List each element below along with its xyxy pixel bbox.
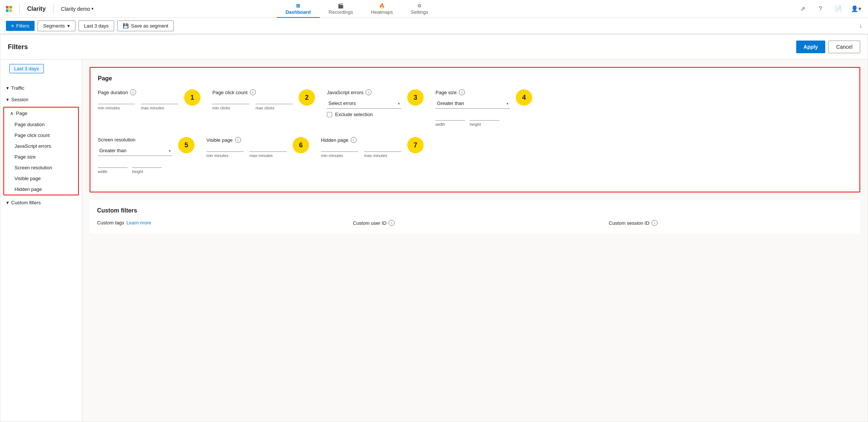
custom-user-id-text: Custom user ID	[353, 220, 386, 226]
sidebar-item-visible-page[interactable]: Visible page	[4, 173, 78, 184]
filter-group-screen-resolution: Screen resolution Greater than Less than…	[98, 137, 195, 174]
sidebar-item-screen-resolution[interactable]: Screen resolution	[4, 162, 78, 173]
hidden-page-max-wrap: max minutes	[364, 143, 401, 158]
page-duration-label: Page duration i	[98, 89, 178, 95]
custom-user-id-label: Custom user ID i	[353, 220, 597, 226]
docs-icon-btn[interactable]: 📄	[832, 3, 844, 15]
page-duration-min-label: min minutes	[98, 106, 135, 110]
hidden-page-content: Hidden page i min minutes max	[321, 137, 401, 158]
download-button[interactable]: ↓	[859, 23, 862, 29]
screen-res-height-wrap: height	[132, 159, 162, 174]
page-duration-content: Page duration i min minutes m	[98, 89, 178, 110]
help-icon-btn[interactable]: ?	[814, 3, 826, 15]
page-size-content: Page size i Greater than Less than ▾	[435, 89, 510, 127]
hidden-page-text: Hidden page	[321, 137, 348, 143]
page-duration-min-wrap: min minutes	[98, 95, 135, 110]
nav-item-recordings[interactable]: 🎬 Recordings	[320, 0, 362, 18]
custom-tags-text: Custom tags	[97, 220, 124, 226]
segments-button[interactable]: Segments ▾	[38, 20, 75, 31]
page-duration-info-icon[interactable]: i	[130, 89, 136, 95]
nav-item-heatmaps[interactable]: 🔥 Heatmaps	[362, 0, 402, 18]
custom-user-id-info-icon[interactable]: i	[389, 220, 395, 226]
page-click-count-max-input[interactable]	[255, 95, 293, 104]
sidebar-section-traffic: ▾ Traffic	[0, 82, 82, 94]
page-size-width-input[interactable]	[435, 112, 465, 121]
account-icon-btn[interactable]: 👤▾	[850, 3, 862, 15]
sidebar-item-hidden-page[interactable]: Hidden page	[4, 184, 78, 195]
page-size-height-wrap: height	[470, 112, 499, 127]
filter-actions: Apply Cancel	[796, 41, 860, 53]
apply-button[interactable]: Apply	[796, 41, 826, 53]
page-click-count-min-input[interactable]	[212, 95, 250, 104]
filter-panel: Filters Apply Cancel Last 3 days ▾ Traff…	[0, 34, 868, 422]
page-size-info-icon[interactable]: i	[459, 89, 465, 95]
filter-group-page-duration: Page duration i min minutes m	[98, 89, 200, 127]
settings-label: Settings	[411, 9, 428, 15]
filters-button[interactable]: ≡ Filters	[6, 21, 35, 31]
badge-3: 3	[407, 89, 424, 106]
recordings-label: Recordings	[329, 9, 353, 15]
screen-resolution-height-input[interactable]	[132, 159, 162, 168]
sidebar-date-button[interactable]: Last 3 days	[9, 64, 44, 73]
page-duration-max-input[interactable]	[141, 95, 178, 104]
js-errors-exclude-checkbox[interactable]	[327, 112, 332, 117]
project-selector[interactable]: Clarity demo ▾	[61, 6, 94, 12]
page-click-count-max-label: max clicks	[255, 106, 293, 110]
badge-2: 2	[299, 89, 315, 106]
save-disk-icon: 💾	[123, 23, 129, 29]
save-segment-button[interactable]: 💾 Save as segment	[117, 20, 174, 31]
page-size-select[interactable]: Greater than Less than	[435, 98, 510, 109]
custom-tags-label: Custom tags Learn more	[97, 220, 341, 226]
custom-tags-group: Custom tags Learn more	[97, 220, 341, 226]
segments-chevron-icon: ▾	[67, 23, 70, 29]
screen-resolution-width-input[interactable]	[98, 159, 128, 168]
nav-item-settings[interactable]: ⚙ Settings	[402, 0, 437, 18]
page-size-select-wrap: Greater than Less than ▾	[435, 98, 510, 109]
page-section-header[interactable]: ∧ Page	[4, 108, 78, 119]
screen-res-dropdown-wrap: Greater than Less than ▾ width	[98, 146, 172, 174]
screen-resolution-text: Screen resolution	[98, 137, 135, 143]
js-errors-exclude-label: Exclude selection	[335, 112, 373, 117]
brand-name: Clarity	[27, 6, 46, 12]
screen-resolution-content: Screen resolution Greater than Less than…	[98, 137, 172, 174]
page-size-height-input[interactable]	[470, 112, 499, 121]
js-errors-info-icon[interactable]: i	[366, 89, 372, 95]
nav-item-dashboard[interactable]: ⊞ Dashboard	[277, 0, 320, 18]
custom-session-id-info-icon[interactable]: i	[652, 220, 658, 226]
custom-section-header[interactable]: ▾ Custom filters	[0, 197, 82, 208]
visible-page-info-icon[interactable]: i	[235, 137, 241, 143]
js-errors-label: JavaScript errors i	[327, 89, 401, 95]
dashboard-label: Dashboard	[286, 9, 311, 15]
custom-tags-learn-more-link[interactable]: Learn more	[126, 220, 151, 226]
heatmaps-label: Heatmaps	[371, 9, 393, 15]
sidebar-item-page-duration[interactable]: Page duration	[4, 119, 78, 130]
visible-page-text: Visible page	[206, 137, 233, 143]
sidebar-item-page-size[interactable]: Page size	[4, 151, 78, 162]
page-click-count-content: Page click count i min clicks	[212, 89, 293, 110]
sidebar-item-page-click-count[interactable]: Page click count	[4, 130, 78, 141]
visible-page-inputs: min minutes max minutes	[206, 143, 287, 158]
hidden-page-max-input[interactable]	[364, 143, 401, 152]
page-click-count-label: Page click count i	[212, 89, 293, 95]
segments-label: Segments	[43, 23, 65, 29]
visible-page-max-input[interactable]	[250, 143, 287, 152]
page-duration-min-input[interactable]	[98, 95, 135, 104]
date-filter-button[interactable]: Last 3 days	[78, 20, 115, 31]
visible-page-content: Visible page i min minutes ma	[206, 137, 287, 158]
session-section-header[interactable]: ▾ Session	[0, 94, 82, 105]
sidebar-item-javascript-errors[interactable]: JavaScript errors	[4, 141, 78, 151]
page-size-width-label: width	[435, 122, 465, 127]
hidden-page-min-input[interactable]	[321, 143, 358, 152]
traffic-label: Traffic	[11, 85, 24, 91]
screen-resolution-select[interactable]: Greater than Less than	[98, 146, 172, 156]
microsoft-logo	[6, 6, 12, 12]
visible-page-min-input[interactable]	[206, 143, 244, 152]
page-click-count-info-icon[interactable]: i	[250, 89, 256, 95]
js-errors-select[interactable]: Select errors	[327, 98, 401, 109]
cancel-button[interactable]: Cancel	[828, 41, 860, 53]
settings-icon: ⚙	[417, 3, 422, 9]
traffic-section-header[interactable]: ▾ Traffic	[0, 82, 82, 94]
share-icon-btn[interactable]: ⇗	[797, 3, 808, 15]
page-section-box: Page Page duration i	[90, 67, 860, 192]
hidden-page-info-icon[interactable]: i	[351, 137, 357, 143]
